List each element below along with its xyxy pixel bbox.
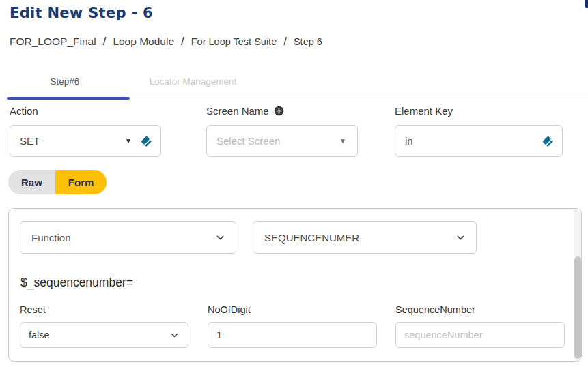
expression-preview: $_sequencenumber= (20, 276, 133, 290)
add-screen-icon[interactable] (274, 106, 284, 116)
breadcrumb-module[interactable]: Loop Module (113, 35, 174, 48)
reset-select[interactable]: false (20, 322, 188, 348)
chevron-down-icon (455, 232, 466, 244)
reset-value: false (29, 329, 50, 340)
element-key-label: Element Key (395, 105, 453, 117)
sequence-number-label: SequenceNumber (395, 304, 565, 315)
screen-name-label: Screen Name (206, 105, 284, 117)
raw-form-toggle: Raw Form (8, 170, 107, 194)
edit-step-page: Edit New Step - 6 FOR_LOOP_Final / Loop … (0, 0, 588, 367)
element-key-field (395, 125, 563, 157)
dropdown-arrow-icon: ▼ (125, 137, 132, 145)
breadcrumb-separator: / (103, 35, 107, 48)
tab-bar: Step#6 Locator Management (0, 68, 588, 98)
raw-toggle-button[interactable]: Raw (8, 170, 55, 194)
step-fields-row: Action SET ▼ Screen Name Select Screen ▼… (0, 99, 588, 167)
breadcrumb: FOR_LOOP_Final / Loop Module / For Loop … (10, 35, 322, 48)
action-value: SET (20, 135, 125, 147)
sequence-number-input[interactable] (404, 329, 556, 340)
sequence-number-field (395, 322, 565, 348)
function-type-select[interactable]: Function (20, 221, 236, 254)
screen-name-select[interactable]: Select Screen ▼ (206, 125, 358, 157)
breadcrumb-project[interactable]: FOR_LOOP_Final (10, 35, 96, 48)
form-toggle-button[interactable]: Form (55, 170, 107, 194)
breadcrumb-testsuite[interactable]: For Loop Test Suite (191, 36, 277, 47)
dropdown-arrow-icon: ▼ (339, 137, 346, 145)
breadcrumb-step[interactable]: Step 6 (294, 36, 322, 47)
no-of-digit-label: NoOfDigit (208, 304, 377, 315)
breadcrumb-separator: / (181, 35, 184, 48)
action-select[interactable]: SET ▼ (10, 125, 161, 157)
tab-step[interactable]: Step#6 (0, 76, 130, 87)
no-of-digit-field (208, 322, 377, 348)
breadcrumb-separator: / (283, 35, 287, 48)
eraser-icon[interactable] (541, 134, 554, 147)
eraser-icon[interactable] (139, 134, 152, 147)
panel-scrollbar-track[interactable] (574, 209, 581, 361)
function-type-value: Function (31, 232, 71, 244)
element-key-input[interactable] (405, 135, 538, 147)
function-name-value: SEQUENCENUMER (264, 232, 359, 244)
page-title: Edit New Step - 6 (10, 5, 153, 21)
reset-label: Reset (20, 304, 188, 315)
action-label: Action (10, 105, 38, 117)
screen-name-placeholder: Select Screen (216, 135, 339, 147)
function-builder-panel: Function SEQUENCENUMER $_sequencenumber=… (8, 208, 582, 362)
function-name-select[interactable]: SEQUENCENUMER (253, 221, 477, 254)
chevron-down-icon (214, 232, 226, 244)
no-of-digit-input[interactable] (216, 329, 368, 340)
corner-accent (585, 0, 588, 8)
chevron-down-icon (169, 330, 180, 340)
panel-scrollbar-thumb[interactable] (574, 256, 581, 359)
tab-locator-management[interactable]: Locator Management (130, 76, 256, 87)
